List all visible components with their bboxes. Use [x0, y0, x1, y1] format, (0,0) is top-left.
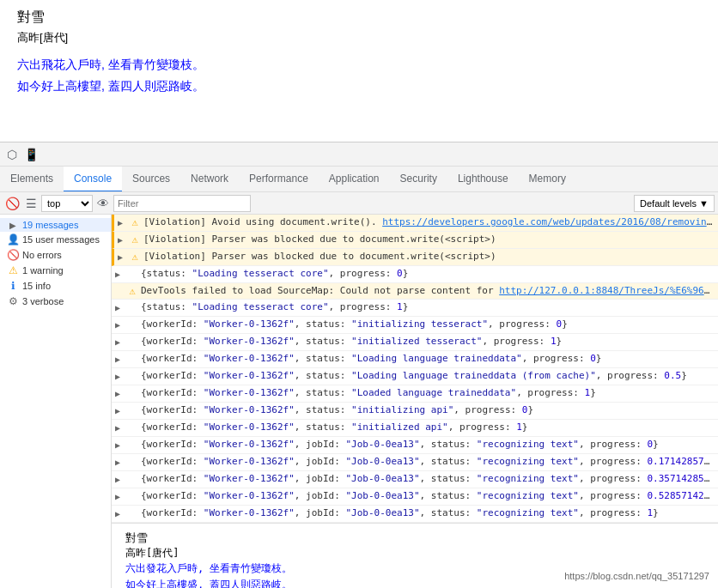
msg-expander[interactable]: ▶	[115, 490, 124, 504]
console-message-6: ▶ {workerId: "Worker-0-1362f", status: "…	[112, 368, 718, 385]
msg-expander[interactable]: ▶	[115, 336, 124, 349]
tab-lighthouse[interactable]: Lighthouse	[447, 167, 519, 192]
msg-text: {workerId: "Worker-0-1362f", status: "Lo…	[141, 352, 715, 366]
msg-expander[interactable]: ▶	[115, 370, 124, 384]
sidebar-warnings-label: 1 warning	[22, 265, 64, 276]
tab-console[interactable]: Console	[64, 167, 122, 192]
console-message-4: ▶ {workerId: "Worker-0-1362f", status: "…	[112, 334, 718, 351]
console-message-devtools-warning: ⚠ DevTools failed to load SourceMap: Cou…	[112, 283, 718, 300]
warning-icon: ⚠	[7, 264, 19, 276]
sidebar-item-warnings[interactable]: ⚠ 1 warning	[0, 263, 111, 278]
inspect-element-button[interactable]: ⬡	[3, 146, 21, 163]
warn-icon: ⚠	[126, 284, 138, 298]
console-message-10: ▶ {workerId: "Worker-0-1362f", jobId: "J…	[112, 437, 718, 454]
preview-subtitle: 高昨[唐代]	[125, 546, 704, 561]
msg-expander[interactable]: ▶	[118, 251, 126, 264]
msg-text: [Violation] Parser was blocked due to do…	[143, 233, 715, 246]
msg-expander[interactable]: ▶	[115, 473, 124, 487]
console-message-1: ▶ {status: "Loading tesseract core", pro…	[112, 266, 718, 283]
console-toolbar-left: 🚫 ☰ top 👁	[3, 195, 251, 212]
device-toggle-button[interactable]: 📱	[22, 146, 40, 163]
msg-text: [Violation] Parser was blocked due to do…	[143, 250, 715, 264]
violation-link[interactable]: https://developers.google.com/web/update…	[382, 216, 715, 227]
console-message-8: ▶ {workerId: "Worker-0-1362f", status: "…	[112, 403, 718, 420]
filter-input[interactable]	[113, 195, 251, 212]
tab-security[interactable]: Security	[390, 167, 447, 192]
console-message-9: ▶ {workerId: "Worker-0-1362f", status: "…	[112, 420, 718, 437]
console-message-3: ▶ {workerId: "Worker-0-1362f", status: "…	[112, 317, 718, 334]
eye-icon-button[interactable]: 👁	[94, 195, 112, 212]
sidebar-item-errors[interactable]: 🚫 No errors	[0, 247, 111, 263]
user-icon: 👤	[7, 233, 19, 246]
warn-icon: ⚠	[129, 250, 141, 264]
msg-expander[interactable]: ▶	[115, 353, 124, 367]
msg-text: [Violation] Avoid using document.write()…	[143, 215, 715, 229]
sidebar-item-all-messages[interactable]: ▶ 19 messages	[0, 218, 111, 232]
console-message-violation-3: ▶ ⚠ [Violation] Parser was blocked due t…	[112, 249, 718, 266]
page-subtitle: 高昨[唐代]	[17, 30, 701, 45]
msg-expander[interactable]: ▶	[118, 233, 126, 247]
clear-console-button[interactable]: 🚫	[3, 195, 21, 212]
console-message-12: ▶ {workerId: "Worker-0-1362f", jobId: "J…	[112, 471, 718, 488]
msg-text: {workerId: "Worker-0-1362f", jobId: "Job…	[141, 438, 715, 452]
poem-line2: 如今好上高樓望, 蓋四人則惡路岐。	[17, 76, 701, 97]
console-main: ▶ 19 messages 👤 15 user messages 🚫 No er…	[0, 215, 718, 588]
console-sidebar: ▶ 19 messages 👤 15 user messages 🚫 No er…	[0, 215, 112, 588]
devtools-tabs: Elements Console Sources Network Perform…	[0, 167, 718, 192]
tab-performance[interactable]: Performance	[239, 167, 319, 192]
sourcemap-link[interactable]: http://127.0.0.1:8848/ThreeJs/%E6%96%87%…	[499, 285, 715, 296]
tab-sources[interactable]: Sources	[122, 167, 180, 192]
msg-expander[interactable]: ▶	[115, 439, 124, 452]
msg-text: DevTools failed to load SourceMap: Could…	[141, 284, 715, 298]
default-levels-button[interactable]: Default levels ▼	[634, 195, 715, 212]
console-message-5: ▶ {workerId: "Worker-0-1362f", status: "…	[112, 351, 718, 368]
devtools-panel: ⬡ 📱 Elements Console Sources Network Per…	[0, 142, 718, 588]
msg-expander[interactable]: ▶	[115, 387, 124, 401]
warn-icon: ⚠	[129, 233, 141, 246]
toolbar-icons: ⬡ 📱	[0, 146, 43, 163]
console-message-7: ▶ {workerId: "Worker-0-1362f", status: "…	[112, 385, 718, 403]
info-icon: ℹ	[7, 280, 19, 292]
preview-title: 對雪	[125, 530, 704, 546]
msg-text: {workerId: "Worker-0-1362f", jobId: "Job…	[141, 506, 715, 520]
tab-network[interactable]: Network	[180, 167, 239, 192]
sidebar-errors-label: No errors	[22, 250, 62, 260]
warn-icon: ⚠	[129, 215, 141, 229]
console-toolbar: 🚫 ☰ top 👁 Default levels ▼	[0, 192, 718, 215]
msg-expander[interactable]: ▶	[115, 268, 124, 282]
page-title: 對雪	[17, 9, 701, 27]
tab-elements[interactable]: Elements	[0, 167, 64, 192]
sidebar-info-label: 15 info	[22, 281, 51, 291]
verbose-icon: ⚙	[7, 295, 19, 307]
sidebar-item-user-messages[interactable]: 👤 15 user messages	[0, 232, 111, 247]
msg-text: {status: "Loading tesseract core", progr…	[141, 300, 715, 314]
msg-text: {workerId: "Worker-0-1362f", status: "Lo…	[141, 369, 715, 383]
sidebar-item-verbose[interactable]: ⚙ 3 verbose	[0, 294, 111, 309]
url-bar: https://blog.csdn.net/qq_35171297	[564, 571, 709, 581]
console-message-violation-2: ▶ ⚠ [Violation] Parser was blocked due t…	[112, 232, 718, 249]
console-message-13: ▶ {workerId: "Worker-0-1362f", jobId: "J…	[112, 488, 718, 506]
tab-application[interactable]: Application	[319, 167, 390, 192]
page-poem: 六出飛花入戶時, 坐看青竹變瓊枝。 如今好上高樓望, 蓋四人則惡路岐。	[17, 54, 701, 97]
msg-text: {workerId: "Worker-0-1362f", status: "in…	[141, 421, 715, 434]
msg-expander[interactable]: ▶	[115, 318, 124, 332]
tab-memory[interactable]: Memory	[519, 167, 576, 192]
msg-expander[interactable]: ▶	[115, 507, 124, 521]
msg-text: {workerId: "Worker-0-1362f", jobId: "Job…	[141, 455, 715, 469]
msg-text: {workerId: "Worker-0-1362f", status: "Lo…	[141, 386, 715, 400]
sidebar-item-info[interactable]: ℹ 15 info	[0, 278, 111, 294]
msg-text: {workerId: "Worker-0-1362f", status: "in…	[141, 318, 715, 331]
msg-text: {workerId: "Worker-0-1362f", status: "in…	[141, 403, 715, 417]
msg-expander[interactable]: ▶	[115, 421, 124, 435]
console-message-2: ▶ {status: "Loading tesseract core", pro…	[112, 300, 718, 317]
no-error-icon: 🚫	[7, 249, 19, 261]
msg-text: {status: "Loading tesseract core", progr…	[141, 267, 715, 281]
msg-expander[interactable]: ▶	[118, 216, 126, 230]
msg-expander[interactable]: ▶	[115, 456, 124, 470]
msg-expander[interactable]: ▶	[115, 404, 124, 418]
context-selector[interactable]: top	[41, 195, 93, 212]
filter-toggle-button[interactable]: ☰	[22, 195, 40, 212]
console-message-14: ▶ {workerId: "Worker-0-1362f", jobId: "J…	[112, 506, 718, 523]
sidebar-verbose-label: 3 verbose	[22, 296, 64, 306]
msg-expander[interactable]: ▶	[115, 301, 124, 315]
